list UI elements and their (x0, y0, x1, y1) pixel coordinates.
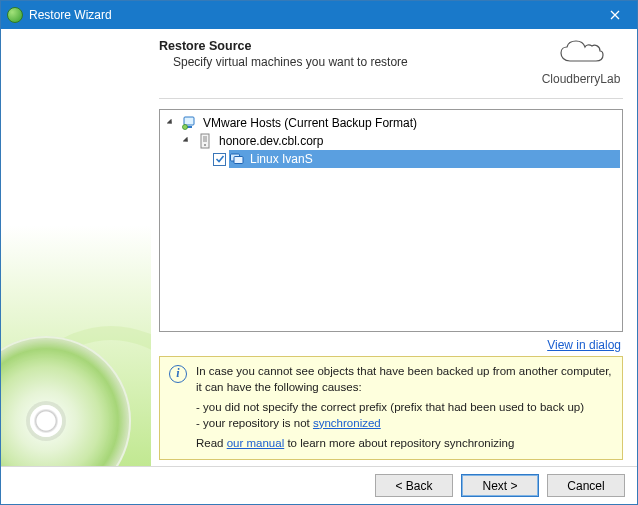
content-area: Restore Source Specify virtual machines … (151, 29, 637, 466)
page-heading: Restore Source (159, 39, 539, 53)
side-banner (1, 29, 151, 466)
svg-point-7 (204, 144, 206, 146)
svg-rect-0 (184, 117, 194, 125)
cancel-button[interactable]: Cancel (547, 474, 625, 497)
info-read: Read our manual to learn more about repo… (196, 435, 614, 451)
host-icon (197, 133, 213, 149)
info-cause1: - you did not specify the correct prefix… (196, 399, 614, 415)
expander-icon[interactable] (166, 118, 177, 129)
tree-label-host: honore.dev.cbl.corp (217, 134, 326, 148)
info-line1: In case you cannot see objects that have… (196, 363, 614, 395)
tree-label-root: VMware Hosts (Current Backup Format) (201, 116, 419, 130)
vm-checkbox[interactable] (213, 153, 226, 166)
close-icon (610, 10, 620, 20)
svg-point-2 (183, 125, 188, 130)
window-title: Restore Wizard (29, 8, 593, 22)
app-icon (7, 7, 23, 23)
brand-label: CloudberryLab (539, 72, 623, 86)
wizard-body: Restore Source Specify virtual machines … (1, 29, 637, 466)
our-manual-link[interactable]: our manual (227, 437, 285, 449)
page-header: Restore Source Specify virtual machines … (159, 39, 623, 86)
vmware-hosts-icon (181, 115, 197, 131)
vm-tree[interactable]: VMware Hosts (Current Backup Format) (159, 109, 623, 332)
info-icon: i (168, 363, 188, 451)
view-in-dialog-row: View in dialog (159, 332, 623, 356)
cloud-icon (558, 39, 604, 67)
tree-node-vm[interactable]: Linux IvanS (160, 150, 622, 168)
svg-rect-9 (234, 157, 243, 164)
header-divider (159, 98, 623, 99)
back-button[interactable]: < Back (375, 474, 453, 497)
button-bar: < Back Next > Cancel (1, 466, 637, 504)
close-button[interactable] (593, 1, 637, 29)
tree-node-host[interactable]: honore.dev.cbl.corp (160, 132, 622, 150)
next-button[interactable]: Next > (461, 474, 539, 497)
info-box: i In case you cannot see objects that ha… (159, 356, 623, 460)
brand-logo: CloudberryLab (539, 39, 623, 86)
vm-icon (229, 151, 245, 167)
tree-label-vm: Linux IvanS (248, 152, 315, 166)
view-in-dialog-link[interactable]: View in dialog (547, 338, 621, 352)
expander-icon[interactable] (182, 136, 193, 147)
title-bar: Restore Wizard (1, 1, 637, 29)
page-subheading: Specify virtual machines you want to res… (173, 55, 539, 69)
synchronized-link[interactable]: synchronized (313, 417, 381, 429)
tree-node-vmware-hosts[interactable]: VMware Hosts (Current Backup Format) (160, 114, 622, 132)
info-cause2: - your repository is not synchronized (196, 415, 614, 431)
